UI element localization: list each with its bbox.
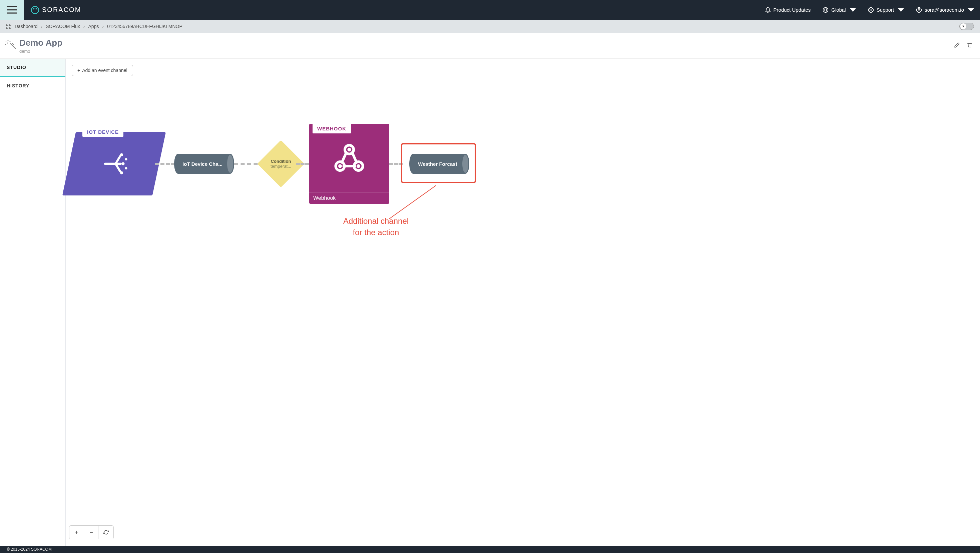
title-bar: Demo App demo bbox=[0, 33, 980, 59]
breadcrumb: Dashboard › SORACOM Flux › Apps › 012345… bbox=[6, 24, 183, 29]
dashboard-icon bbox=[6, 24, 11, 29]
svg-point-6 bbox=[870, 9, 872, 11]
svg-point-18 bbox=[120, 153, 123, 156]
delete-button[interactable] bbox=[963, 39, 976, 53]
zoom-in-button[interactable]: + bbox=[69, 526, 84, 539]
svg-point-28 bbox=[356, 164, 360, 168]
logo-icon bbox=[31, 6, 39, 14]
iot-device-node[interactable] bbox=[62, 132, 166, 195]
nav-product-updates[interactable]: Product Updates bbox=[759, 7, 817, 13]
connector bbox=[389, 163, 402, 165]
svg-rect-11 bbox=[6, 27, 8, 29]
svg-rect-9 bbox=[6, 24, 8, 26]
flow-canvas[interactable]: + Add an event channel IOT DEVICE bbox=[66, 59, 980, 546]
zoom-out-button[interactable]: − bbox=[84, 526, 99, 539]
svg-point-14 bbox=[8, 40, 9, 41]
brand-name: SORACOM bbox=[42, 6, 81, 14]
webhook-icon bbox=[331, 140, 368, 178]
tab-history[interactable]: HISTORY bbox=[0, 77, 65, 94]
svg-point-16 bbox=[10, 41, 11, 42]
add-channel-button[interactable]: + Add an event channel bbox=[72, 65, 133, 76]
svg-rect-1 bbox=[7, 10, 17, 10]
svg-point-27 bbox=[338, 164, 342, 168]
svg-rect-2 bbox=[7, 12, 17, 13]
nav-user-menu[interactable]: sora@soracom.io bbox=[910, 7, 980, 13]
pencil-icon bbox=[954, 42, 960, 48]
sidebar: STUDIO HISTORY bbox=[0, 59, 66, 546]
chevron-down-icon bbox=[898, 7, 904, 13]
bell-icon bbox=[765, 7, 771, 13]
zoom-controls: + − bbox=[69, 525, 114, 539]
svg-point-21 bbox=[125, 158, 127, 160]
breadcrumb-sep: › bbox=[83, 24, 85, 29]
user-icon bbox=[916, 7, 922, 13]
chevron-down-icon bbox=[850, 7, 856, 13]
svg-point-20 bbox=[120, 172, 123, 175]
globe-icon bbox=[822, 7, 829, 13]
breadcrumb-dashboard[interactable]: Dashboard bbox=[15, 24, 38, 29]
svg-point-8 bbox=[918, 8, 920, 10]
hamburger-icon bbox=[7, 6, 17, 14]
plus-icon: + bbox=[77, 68, 80, 73]
svg-rect-10 bbox=[10, 24, 11, 26]
breadcrumb-sep: › bbox=[102, 24, 104, 29]
breadcrumb-sep: › bbox=[41, 24, 43, 29]
flow-diagram: IOT DEVICE IoT Device Cha... Condition t… bbox=[69, 126, 973, 245]
tab-studio[interactable]: STUDIO bbox=[0, 59, 65, 77]
refresh-icon bbox=[103, 530, 109, 535]
svg-rect-0 bbox=[7, 6, 17, 7]
webhook-node[interactable]: WEBHOOK Webhook bbox=[309, 124, 389, 204]
svg-point-22 bbox=[125, 167, 127, 169]
connector bbox=[155, 163, 175, 165]
brand-logo[interactable]: SORACOM bbox=[31, 6, 81, 14]
theme-toggle[interactable]: ☀ bbox=[959, 23, 974, 30]
breadcrumb-bar: Dashboard › SORACOM Flux › Apps › 012345… bbox=[0, 20, 980, 33]
breadcrumb-flux[interactable]: SORACOM Flux bbox=[46, 24, 80, 29]
breadcrumb-app-id[interactable]: 0123456789ABCDEFGHIJKLMNOP bbox=[107, 24, 183, 29]
main-area: STUDIO HISTORY + Add an event channel IO… bbox=[0, 59, 980, 546]
nav-global[interactable]: Global bbox=[816, 7, 862, 13]
page-subtitle: demo bbox=[19, 49, 62, 54]
nav-support[interactable]: Support bbox=[862, 7, 910, 13]
iot-device-label: IOT DEVICE bbox=[83, 127, 123, 137]
iot-device-icon bbox=[99, 149, 129, 179]
svg-point-3 bbox=[31, 6, 39, 14]
toggle-knob: ☀ bbox=[960, 23, 966, 29]
page-title: Demo App bbox=[19, 38, 62, 48]
svg-point-15 bbox=[7, 43, 8, 44]
svg-rect-12 bbox=[10, 27, 11, 29]
lifebuoy-icon bbox=[868, 7, 874, 13]
svg-line-29 bbox=[389, 186, 436, 219]
channel-weather-forecast[interactable]: Weather Forcast bbox=[409, 154, 469, 174]
channel-iot-device[interactable]: IoT Device Cha... bbox=[174, 154, 234, 174]
app-icon bbox=[4, 39, 16, 52]
svg-point-17 bbox=[5, 44, 6, 45]
svg-point-13 bbox=[6, 41, 7, 42]
trash-icon bbox=[967, 42, 973, 48]
zoom-reset-button[interactable] bbox=[99, 526, 113, 539]
annotation-text: Additional channel for the action bbox=[329, 216, 423, 238]
svg-point-26 bbox=[348, 148, 351, 151]
edit-button[interactable] bbox=[951, 39, 963, 53]
hamburger-menu[interactable] bbox=[0, 0, 24, 20]
chevron-down-icon bbox=[968, 7, 974, 13]
top-navbar: SORACOM Product Updates Global Support s… bbox=[0, 0, 980, 20]
svg-point-19 bbox=[122, 162, 125, 165]
connector bbox=[296, 163, 309, 165]
breadcrumb-apps[interactable]: Apps bbox=[88, 24, 99, 29]
